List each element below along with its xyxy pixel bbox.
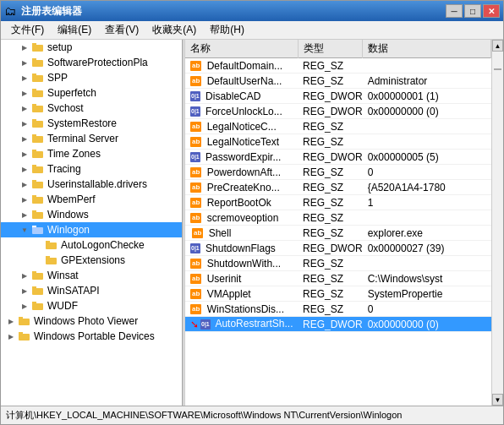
table-row[interactable]: ab UserinitREG_SZC:\Windows\syst bbox=[185, 271, 491, 286]
tree-item-label: SoftwareProtectionPla bbox=[47, 57, 148, 68]
tree-expand-icon[interactable]: ▶ bbox=[18, 147, 31, 161]
svg-rect-31 bbox=[32, 273, 43, 280]
table-row[interactable]: ab LegalNoticeTextREG_SZ bbox=[185, 134, 491, 150]
reg-type-cell: REG_SZ bbox=[298, 58, 363, 74]
tree-item-label: WbemPerf bbox=[47, 193, 96, 205]
tree-expand-icon[interactable]: ▶ bbox=[18, 162, 31, 176]
tree-item[interactable]: ▶setup bbox=[1, 40, 182, 55]
table-row[interactable]: ab DefaultUserNa...REG_SZAdministrator bbox=[185, 74, 491, 89]
tree-item[interactable]: ▶Userinstallable.drivers bbox=[1, 177, 182, 192]
table-row[interactable]: ab PreCreateKno...REG_SZ{A520A1A4-1780 bbox=[185, 180, 491, 195]
tree-item[interactable]: AutoLogonChecke bbox=[1, 237, 182, 253]
table-row[interactable]: ab WinStationsDis...REG_SZ0 bbox=[185, 302, 491, 317]
table-row[interactable]: 0|1 DisableCADREG_DWORD0x00000001 (1) bbox=[185, 89, 491, 104]
tree-expand-icon[interactable]: ▶ bbox=[18, 284, 31, 297]
menu-edit[interactable]: 编辑(E) bbox=[51, 21, 98, 39]
reg-data-cell: {A520A1A4-1780 bbox=[363, 180, 491, 195]
table-row[interactable]: ab VMAppletREG_SZSystemPropertie bbox=[185, 286, 491, 302]
scroll-up-btn[interactable]: ▲ bbox=[492, 40, 503, 52]
tree-item[interactable]: ▶Tracing bbox=[1, 161, 182, 177]
col-header-data[interactable]: 数据 bbox=[363, 40, 491, 58]
table-row[interactable]: ab LegalNoticeC...REG_SZ bbox=[185, 119, 491, 134]
minimize-button[interactable]: ─ bbox=[446, 4, 463, 18]
table-row[interactable]: ab ReportBootOkREG_SZ1 bbox=[185, 195, 491, 210]
folder-icon bbox=[31, 86, 45, 98]
tree-expand-icon[interactable]: ▶ bbox=[18, 208, 31, 221]
dword-icon: 0|1 bbox=[190, 243, 200, 253]
svg-rect-13 bbox=[32, 136, 43, 143]
tree-expand-icon[interactable] bbox=[31, 253, 45, 267]
tree-expand-icon[interactable]: ▶ bbox=[4, 330, 18, 343]
tree-item[interactable]: ▶SoftwareProtectionPla bbox=[1, 55, 182, 70]
right-scrollbar[interactable]: ▲ ▼ bbox=[491, 40, 503, 406]
reg-name-cell: ab scremoveoption bbox=[185, 210, 298, 226]
tree-panel[interactable]: ▶setup▶SoftwareProtectionPla▶SPP▶Superfe… bbox=[1, 40, 183, 406]
tree-expand-icon[interactable]: ▶ bbox=[18, 299, 31, 313]
tree-expand-icon[interactable]: ▼ bbox=[18, 223, 31, 237]
reg-data-cell bbox=[363, 134, 491, 150]
tree-item-label: Superfetch bbox=[47, 87, 96, 99]
menu-help[interactable]: 帮助(H) bbox=[203, 21, 251, 39]
maximize-button[interactable]: □ bbox=[464, 4, 481, 18]
tree-item[interactable]: ▶WinSATAPI bbox=[1, 283, 182, 298]
tree-item[interactable]: ▶Terminal Server bbox=[1, 131, 182, 146]
tree-expand-icon[interactable]: ▶ bbox=[18, 101, 31, 115]
tree-expand-icon[interactable]: ▶ bbox=[18, 117, 31, 130]
ab-icon: ab bbox=[190, 183, 201, 193]
scroll-thumb[interactable] bbox=[494, 68, 501, 70]
ab-icon: ab bbox=[190, 61, 201, 71]
tree-item[interactable]: ▶SPP bbox=[1, 70, 182, 85]
tree-item[interactable]: ▶WUDF bbox=[1, 298, 182, 313]
tree-item-label: Windows bbox=[47, 209, 89, 221]
menu-file[interactable]: 文件(F) bbox=[4, 21, 51, 39]
svg-rect-27 bbox=[46, 242, 57, 249]
folder-icon bbox=[31, 208, 45, 220]
tree-expand-icon[interactable]: ▶ bbox=[18, 41, 31, 54]
tree-item-label: SystemRestore bbox=[47, 117, 117, 129]
menu-view[interactable]: 查看(V) bbox=[98, 21, 145, 39]
tree-expand-icon[interactable]: ▶ bbox=[4, 314, 18, 328]
tree-item[interactable]: ▶SystemRestore bbox=[1, 116, 182, 131]
table-row[interactable]: ab PowerdownAft...REG_SZ0 bbox=[185, 165, 491, 180]
tree-expand-icon[interactable]: ▶ bbox=[18, 269, 31, 282]
tree-expand-icon[interactable]: ▶ bbox=[18, 177, 31, 191]
table-row[interactable]: 0|1 ForceUnlockLo...REG_DWORD0x00000000 … bbox=[185, 104, 491, 119]
menu-favorites[interactable]: 收藏夹(A) bbox=[145, 21, 203, 39]
tree-expand-icon[interactable]: ▶ bbox=[18, 193, 31, 206]
table-row[interactable]: ➘0|1 AutoRestrartSh...REG_DWORD0x0000000… bbox=[185, 317, 491, 332]
reg-type-cell: REG_SZ bbox=[298, 256, 363, 271]
tree-expand-icon[interactable]: ▶ bbox=[18, 56, 31, 69]
tree-item[interactable]: ▶Svchost bbox=[1, 101, 182, 116]
table-row[interactable]: ab DefaultDomain...REG_SZ bbox=[185, 58, 491, 74]
folder-icon bbox=[31, 101, 45, 113]
tree-item[interactable]: ▶Time Zones bbox=[1, 146, 182, 161]
tree-item[interactable]: ▶Winsat bbox=[1, 268, 182, 283]
table-row[interactable]: ab scremoveoptionREG_SZ bbox=[185, 210, 491, 226]
reg-name-cell: ab Userinit bbox=[185, 271, 298, 286]
table-row[interactable]: 0|1 PasswordExpir...REG_DWORD0x00000005 … bbox=[185, 150, 491, 165]
scroll-down-btn[interactable]: ▼ bbox=[492, 394, 503, 406]
tree-expand-icon[interactable]: ▶ bbox=[18, 132, 31, 145]
tree-item[interactable]: ▶Windows Photo Viewer bbox=[1, 313, 182, 329]
tree-item[interactable]: ▶WbemPerf bbox=[1, 192, 182, 207]
table-scroll[interactable]: 名称 类型 数据 ab DefaultDomain...REG_SZab Def… bbox=[185, 40, 491, 406]
tree-expand-icon[interactable] bbox=[31, 238, 45, 252]
col-header-type[interactable]: 类型 bbox=[298, 40, 363, 58]
tree-expand-icon[interactable]: ▶ bbox=[18, 86, 31, 100]
svg-rect-37 bbox=[19, 319, 30, 325]
tree-item[interactable]: GPExtensions bbox=[1, 253, 182, 268]
folder-icon bbox=[31, 71, 45, 83]
table-row[interactable]: ab ShellREG_SZexplorer.exe bbox=[185, 226, 491, 241]
close-button[interactable]: ✕ bbox=[483, 4, 500, 18]
tree-item[interactable]: ▶Superfetch bbox=[1, 85, 182, 101]
svg-rect-11 bbox=[32, 121, 43, 128]
col-header-name[interactable]: 名称 bbox=[185, 40, 298, 58]
tree-item[interactable]: ▼Winlogon bbox=[1, 222, 182, 237]
table-row[interactable]: 0|1 ShutdownFlagsREG_DWORD0x00000027 (39… bbox=[185, 241, 491, 256]
reg-name-cell: ➘0|1 AutoRestrartSh... bbox=[185, 317, 298, 332]
table-row[interactable]: ab ShutdownWith...REG_SZ bbox=[185, 256, 491, 271]
ab-icon: ab bbox=[190, 259, 201, 269]
tree-item[interactable]: ▶Windows bbox=[1, 207, 182, 222]
tree-item[interactable]: ▶Windows Portable Devices bbox=[1, 329, 182, 344]
tree-expand-icon[interactable]: ▶ bbox=[18, 71, 31, 84]
